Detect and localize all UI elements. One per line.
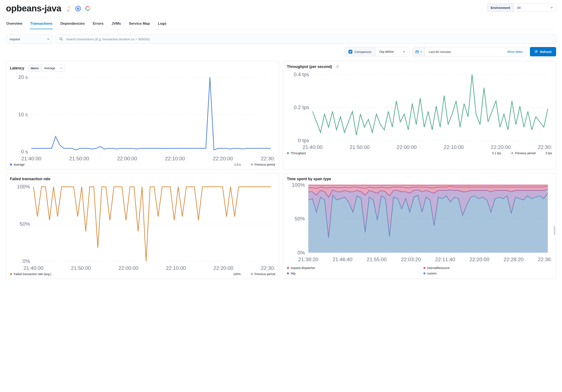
search-box[interactable] [56,34,556,44]
svg-text:21:40:00: 21:40:00 [21,156,41,161]
svg-text:22:03:20: 22:03:20 [401,257,421,262]
span-type-panel: Time spent by span type 0%50%100%21:38:2… [283,173,556,279]
svg-text:22:20:00: 22:20:00 [213,156,233,161]
legend-throughput-prev[interactable]: Previous period [511,152,535,155]
latency-metric-value: Average [44,66,55,70]
refresh-icon [534,50,538,53]
environment-filter[interactable]: Environment All [487,3,556,12]
tab-errors[interactable]: Errors [92,19,104,29]
legend-throughput-value: 0.1 tps [492,152,501,155]
svg-text:0 tps: 0 tps [298,138,309,143]
info-icon[interactable]: ? [336,65,339,69]
legend-http[interactable]: http [287,272,416,275]
legend-failed-prev[interactable]: Previous period [251,272,275,276]
latency-chart[interactable]: 0 s10 s20 s21:40:0021:50:0022:00:0022:10… [10,73,275,163]
svg-text:100%: 100% [17,184,30,190]
latency-metric-label: Metric [28,65,42,71]
comparison-toggle[interactable]: Comparison [345,47,375,56]
svg-text:0 s: 0 s [21,149,28,154]
span-type-title: Time spent by span type [287,177,331,181]
svg-text:22:20:00: 22:20:00 [491,144,511,150]
svg-text:22:30:00: 22:30:00 [261,156,275,161]
time-range-value: Last 60 minutes [429,50,505,54]
legend-latency-value: 1.0 s [234,163,241,166]
failed-rate-panel: Failed transaction rate 0%50%100%21:40:0… [6,173,279,279]
svg-text:22:10:00: 22:10:00 [165,156,185,161]
legend-latency-avg[interactable]: Average [10,163,25,166]
scrollbar-thumb[interactable] [554,226,555,235]
svg-text:22:20:00: 22:20:00 [469,257,490,262]
failed-title: Failed transaction rate [10,177,50,181]
svg-line-8 [77,8,78,8]
legend-failed[interactable]: Failed transaction rate (avg.) [10,272,51,276]
chevron-down-icon [420,51,422,53]
svg-text:50%: 50% [20,221,30,227]
comparison-select[interactable]: Day before [375,47,409,56]
svg-text:22:30:00: 22:30:00 [261,265,275,271]
svg-text:10 s: 10 s [18,112,28,117]
span-type-chart[interactable]: 0%50%100%21:38:2021:46:4021:55:0022:03:2… [287,182,552,264]
legend-internal-resource[interactable]: InternalResource [423,266,552,270]
legend-request-dispatcher[interactable]: request-dispatcher [287,266,416,270]
svg-point-9 [60,37,62,40]
tab-logs[interactable]: Logs [157,19,167,29]
svg-text:22:00:00: 22:00:00 [117,156,137,161]
comparison-label: Comparison [354,50,372,54]
svg-text:21:50:00: 21:50:00 [69,156,89,161]
svg-text:22:30:00: 22:30:00 [538,144,552,150]
checkbox-checked-icon [349,50,352,54]
chevron-down-icon [60,67,62,69]
service-icons [66,5,91,12]
svg-text:100%: 100% [292,182,305,188]
svg-line-3 [78,8,80,8]
tab-overview[interactable]: Overview [6,19,23,29]
svg-text:22:10:00: 22:10:00 [444,144,464,150]
gcp-icon [85,6,91,11]
environment-value: All [517,6,521,10]
kubernetes-icon [75,5,81,12]
throughput-chart[interactable]: 0 tps0.2 tps0.4 tps21:40:0021:50:0022:00… [287,70,552,152]
show-dates-link[interactable]: Show dates [507,50,523,53]
time-range-control: Last 60 minutes Show dates [413,47,527,56]
svg-text:20 s: 20 s [18,74,28,80]
svg-text:0.4 tps: 0.4 tps [294,71,309,77]
refresh-label: Refresh [540,50,552,54]
time-range-display[interactable]: Last 60 minutes Show dates [425,47,526,56]
svg-text:22:28:20: 22:28:20 [503,257,524,262]
transaction-type-value: request [10,37,20,41]
environment-select[interactable]: All [514,4,556,12]
chevron-down-icon [47,38,50,40]
svg-text:22:00:00: 22:00:00 [118,265,138,271]
svg-text:21:40:00: 21:40:00 [303,144,323,150]
latency-panel: Latency Metric Average 0 s10 s20 s21:40:… [6,61,279,169]
failed-rate-chart[interactable]: 0%50%100%21:40:0021:50:0022:00:0022:10:0… [10,182,275,272]
throughput-panel: Throughput (per second) ? 0 tps0.2 tps0.… [283,61,556,169]
legend-throughput[interactable]: Throughput [287,152,306,155]
svg-text:21:38:20: 21:38:20 [298,257,318,262]
latency-metric-select[interactable]: Metric Average [28,65,65,72]
legend-latency-prev[interactable]: Previous period [251,163,275,166]
time-range-quick-button[interactable] [413,47,425,56]
transaction-type-select[interactable]: request [6,34,52,44]
comparison-control: Comparison Day before [344,47,409,56]
tab-servicemap[interactable]: Service Map [129,19,150,29]
svg-rect-11 [416,51,418,53]
svg-line-10 [62,40,63,41]
legend-custom[interactable]: custom [423,272,552,275]
svg-text:50%: 50% [294,216,305,222]
refresh-button[interactable]: Refresh [530,47,556,56]
tab-transactions[interactable]: Transactions [30,19,53,29]
svg-text:21:55:00: 21:55:00 [367,257,387,262]
calendar-icon [415,50,419,53]
svg-text:0%: 0% [297,249,305,255]
svg-text:0.2 tps: 0.2 tps [294,105,309,110]
tab-jvms[interactable]: JVMs [111,19,121,29]
tabs: OverviewTransactionsDependenciesErrorsJV… [6,19,556,29]
svg-text:21:40:00: 21:40:00 [23,265,44,271]
tab-dependencies[interactable]: Dependencies [60,19,85,29]
svg-text:21:50:00: 21:50:00 [350,144,370,150]
search-input[interactable] [66,37,552,41]
environment-label: Environment [487,4,514,12]
chevron-down-icon [403,50,405,53]
svg-text:22:11:40: 22:11:40 [435,257,455,262]
